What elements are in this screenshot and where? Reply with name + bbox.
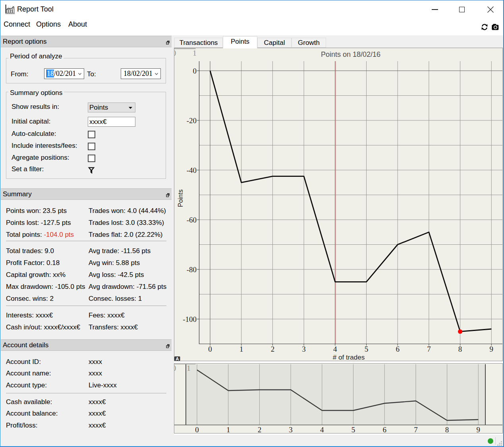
svg-text:-100: -100	[183, 315, 197, 323]
svg-text:Points on 18/02/16: Points on 18/02/16	[321, 50, 380, 58]
svg-text:7: 7	[427, 345, 431, 353]
svg-text:9: 9	[490, 345, 494, 353]
svg-text:5: 5	[365, 345, 369, 353]
svg-text:0: 0	[174, 49, 176, 57]
svg-text:1: 1	[187, 364, 191, 372]
svg-text:6: 6	[382, 426, 386, 433]
svg-text:-40: -40	[187, 166, 197, 174]
svg-text:Points: Points	[177, 190, 184, 207]
svg-text:7: 7	[414, 426, 418, 433]
svg-text:9: 9	[477, 426, 481, 433]
svg-text:# of trades: # of trades	[333, 354, 365, 361]
svg-text:-80: -80	[187, 265, 197, 274]
svg-text:8: 8	[445, 426, 449, 433]
svg-text:4: 4	[333, 345, 337, 353]
svg-text:-20: -20	[187, 116, 197, 125]
svg-text:5: 5	[351, 426, 355, 433]
svg-text:2: 2	[258, 426, 262, 433]
svg-text:3: 3	[289, 426, 293, 433]
svg-text:-60: -60	[187, 216, 197, 224]
svg-text:0: 0	[193, 67, 197, 75]
svg-text:8: 8	[458, 345, 462, 353]
svg-text:6: 6	[396, 345, 400, 353]
svg-text:1: 1	[239, 345, 243, 353]
svg-text:1: 1	[226, 426, 230, 433]
svg-text:1: 1	[193, 49, 197, 57]
svg-text:0: 0	[195, 426, 199, 433]
svg-text:A: A	[176, 356, 179, 361]
svg-text:4: 4	[320, 426, 324, 433]
svg-text:0: 0	[208, 345, 212, 353]
svg-text:2: 2	[271, 345, 275, 353]
svg-text:3: 3	[302, 345, 306, 353]
svg-text:0: 0	[174, 364, 176, 372]
